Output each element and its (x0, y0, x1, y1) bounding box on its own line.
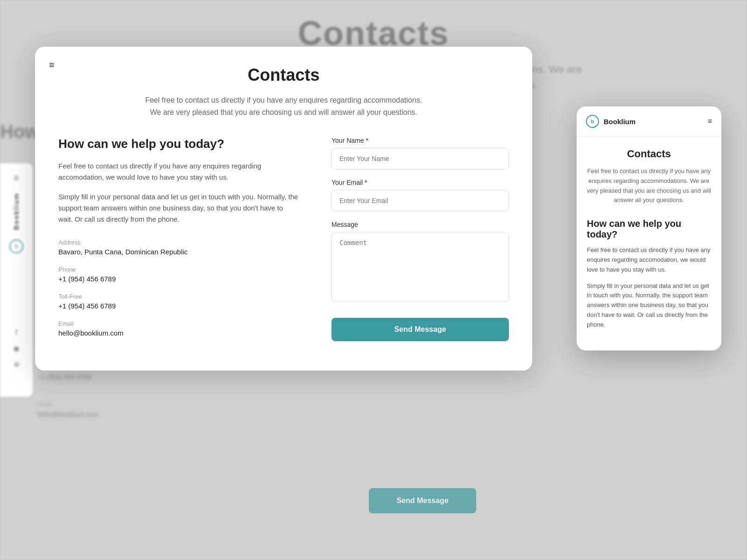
left-panel: How can we help you today? Feel free to … (58, 137, 313, 347)
phone-label: Phone (58, 266, 299, 273)
send-button[interactable]: Send Message (331, 318, 509, 341)
name-form-group: Your Name * (331, 137, 509, 169)
mobile-header: b Booklium ≡ (577, 106, 721, 137)
email-input[interactable] (331, 190, 509, 211)
message-textarea[interactable] (331, 232, 509, 302)
bg-tollfree-value: +1 (954) 456 6789 (37, 373, 91, 381)
contact-phone: Phone +1 (954) 456 6789 (58, 266, 299, 283)
mobile-contacts-title: Contacts (587, 148, 711, 160)
mobile-how-title: How can we help you today? (587, 218, 711, 240)
name-input[interactable] (331, 148, 509, 169)
mobile-contacts-subtitle: Feel free to contact us directly if you … (587, 167, 711, 205)
bg-brand-text: Booklium (13, 193, 20, 230)
tollfree-label: Toll-Free (58, 293, 299, 300)
name-label: Your Name * (331, 137, 509, 144)
left-heading: How can we help you today? (58, 137, 299, 151)
bg-logo-circle: b (9, 239, 23, 253)
mobile-brand-name: Booklium (604, 118, 635, 126)
phone-value: +1 (954) 456 6789 (58, 275, 299, 283)
modal-title: Contacts (58, 65, 509, 85)
mobile-how-paragraph2: Simply fill in your personal data and le… (587, 281, 711, 330)
modal-menu-icon[interactable]: ≡ (49, 60, 55, 70)
mobile-brand-logo: b (586, 115, 599, 128)
address-label: Address (58, 239, 299, 246)
message-form-group: Message (331, 221, 509, 304)
mobile-modal: b Booklium ≡ Contacts Feel free to conta… (577, 106, 721, 350)
email-form-group: Your Email * (331, 179, 509, 211)
bg-left-sidebar: ≡ Booklium b f ◉ ⊕ (0, 163, 33, 397)
bg-email-value: hello@booklium.com (37, 411, 98, 418)
right-panel: Your Name * Your Email * Message Send Me… (331, 137, 509, 347)
left-paragraph2: Simply fill in your personal data and le… (58, 191, 299, 225)
bg-instagram-icon: ◉ (13, 344, 20, 353)
modal-content: How can we help you today? Feel free to … (58, 137, 509, 347)
modal-subtitle: Feel free to contact us directly if you … (144, 94, 424, 118)
tollfree-value: +1 (954) 456 6789 (58, 302, 299, 310)
left-paragraph1: Feel free to contact us directly if you … (58, 161, 299, 183)
contact-email: Email hello@booklium.com (58, 320, 299, 337)
mobile-how-paragraph1: Feel free to contact us directly if you … (587, 245, 711, 274)
bg-tripadvisor-icon: ⊕ (14, 360, 20, 369)
message-label: Message (331, 221, 509, 228)
contact-address: Address Bavaro, Punta Cana, Dominican Re… (58, 239, 299, 256)
mobile-brand: b Booklium (586, 115, 635, 128)
contact-tollfree: Toll-Free +1 (954) 456 6789 (58, 293, 299, 310)
mobile-menu-icon[interactable]: ≡ (708, 117, 712, 126)
email-label: Email (58, 320, 299, 327)
mobile-body: Contacts Feel free to contact us directl… (577, 137, 721, 350)
email-label: Your Email * (331, 179, 509, 186)
main-modal: ≡ Contacts Feel free to contact us direc… (35, 47, 532, 371)
address-value: Bavaro, Punta Cana, Dominican Republic (58, 248, 299, 256)
bg-email-label: Email (37, 401, 51, 408)
bg-how-title: How (0, 121, 39, 142)
bg-facebook-icon: f (15, 329, 17, 337)
bg-send-button: Send Message (369, 488, 476, 513)
contact-info: Address Bavaro, Punta Cana, Dominican Re… (58, 239, 299, 337)
bg-menu-icon: ≡ (14, 173, 19, 183)
email-value: hello@booklium.com (58, 329, 299, 337)
